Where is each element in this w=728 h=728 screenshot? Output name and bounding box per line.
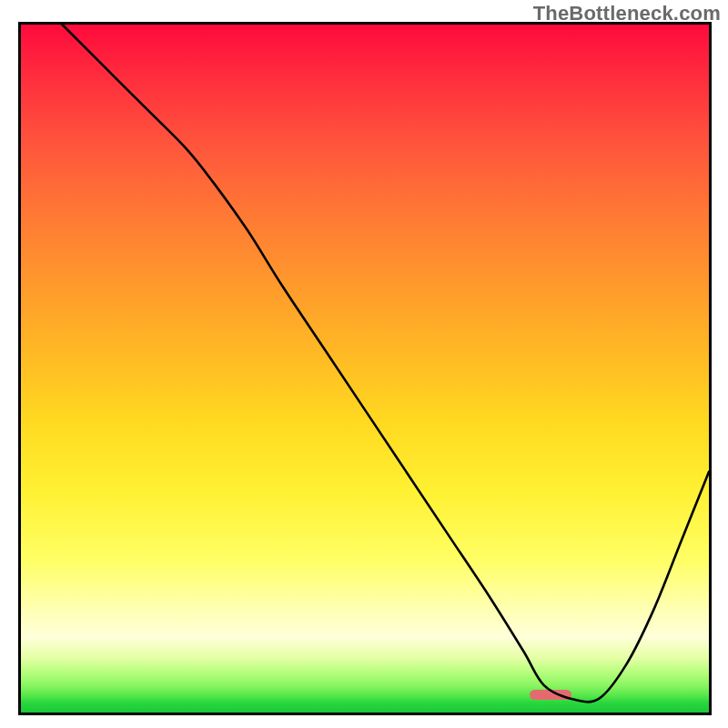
plot-border: [18, 22, 712, 715]
watermark-label: TheBottleneck.com: [533, 2, 721, 25]
plot-area: [21, 25, 709, 713]
bottleneck-curve: [21, 25, 709, 713]
chart-container: TheBottleneck.com: [0, 0, 728, 728]
